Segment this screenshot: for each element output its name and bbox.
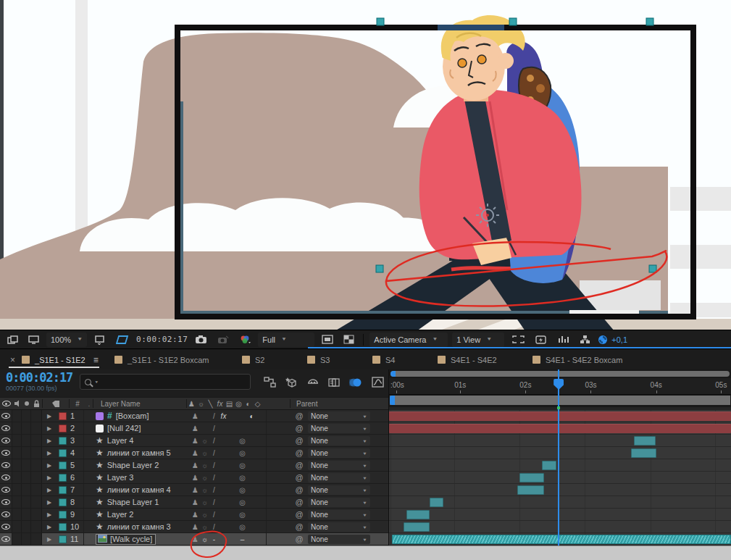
quality-switch[interactable]: / bbox=[209, 422, 219, 434]
video-eye-toggle[interactable] bbox=[0, 484, 12, 496]
fx-switch[interactable] bbox=[219, 533, 228, 545]
threed-switch[interactable] bbox=[256, 533, 266, 545]
fx-switch[interactable] bbox=[219, 459, 228, 471]
audio-toggle[interactable] bbox=[12, 435, 22, 446]
motion-blur-switch[interactable]: ◎ bbox=[238, 459, 247, 471]
label-color-swatch[interactable] bbox=[57, 447, 68, 459]
tab--s1e1-s1e2[interactable]: ×_S1E1 - S1E2≡ bbox=[4, 349, 104, 370]
quality-switch[interactable]: / bbox=[209, 472, 219, 483]
adjustment-switch[interactable] bbox=[247, 533, 256, 545]
adjustment-switch[interactable] bbox=[247, 496, 256, 508]
threed-switch[interactable] bbox=[256, 484, 266, 496]
quality-switch[interactable]: / bbox=[209, 435, 219, 446]
graph-editor-icon[interactable] bbox=[372, 377, 384, 388]
quality-switch[interactable]: / bbox=[209, 410, 219, 422]
audio-toggle[interactable] bbox=[12, 410, 22, 422]
lock-toggle[interactable] bbox=[31, 509, 42, 520]
video-eye-toggle[interactable] bbox=[0, 410, 12, 422]
layer-row-8[interactable]: ▶8★Shape Layer 1♟☼/◎@None▼ bbox=[0, 496, 388, 509]
video-eye-toggle[interactable] bbox=[0, 422, 12, 434]
motion-blur-master-icon[interactable] bbox=[349, 377, 362, 388]
layer-row-10[interactable]: ▶10★линии от камня 3♟☼/◎@None▼ bbox=[0, 521, 388, 533]
layer-name[interactable]: Layer 3 bbox=[107, 473, 134, 482]
parent-dropdown[interactable]: None▼ bbox=[308, 436, 370, 446]
shy-switch[interactable]: ♟ bbox=[191, 484, 200, 496]
adjustment-switch[interactable] bbox=[247, 484, 256, 496]
parent-column-header[interactable]: Parent bbox=[291, 398, 363, 409]
parent-dropdown[interactable]: None▼ bbox=[308, 510, 370, 519]
layer-name[interactable]: линии от камня 3 bbox=[107, 522, 171, 531]
parent-pickwhip-icon[interactable]: @ bbox=[293, 484, 305, 496]
layer-name[interactable]: Shape Layer 1 bbox=[107, 498, 159, 506]
track-row-11[interactable] bbox=[389, 533, 731, 546]
eye-column-header[interactable] bbox=[0, 398, 12, 409]
expand-arrow[interactable]: ▶ bbox=[42, 459, 57, 471]
frame-blend-switch[interactable] bbox=[228, 410, 238, 422]
comp-mini-flowchart-icon[interactable] bbox=[264, 377, 276, 388]
handle-top-left[interactable] bbox=[377, 18, 384, 25]
audio-toggle[interactable] bbox=[12, 484, 22, 496]
frame-blend-switch[interactable] bbox=[228, 435, 238, 446]
threed-switch[interactable] bbox=[256, 447, 266, 459]
solo-column-header[interactable] bbox=[22, 398, 31, 409]
label-color-swatch[interactable] bbox=[57, 484, 68, 496]
expand-arrow[interactable]: ▶ bbox=[42, 447, 57, 459]
always-preview-icon[interactable] bbox=[4, 333, 21, 347]
layer-name[interactable]: линии от камня 5 bbox=[107, 448, 171, 457]
frame-blend-switch[interactable] bbox=[228, 447, 238, 459]
label-color-swatch[interactable] bbox=[57, 496, 68, 508]
frame-blend-switch[interactable] bbox=[228, 484, 238, 496]
handle-top-mid[interactable] bbox=[509, 18, 517, 25]
parent-dropdown[interactable]: None▼ bbox=[308, 473, 370, 482]
adjustment-column-icon[interactable]: ◐ bbox=[243, 398, 253, 409]
audio-toggle[interactable] bbox=[12, 533, 22, 545]
layer-duration-bar[interactable] bbox=[631, 448, 656, 458]
roi-icon[interactable] bbox=[91, 333, 109, 347]
layer-name-cell[interactable]: ★линии от камня 5 bbox=[84, 447, 191, 459]
adjustment-switch[interactable] bbox=[247, 472, 256, 483]
lock-toggle[interactable] bbox=[31, 435, 42, 446]
motion-blur-switch[interactable]: ◎ bbox=[238, 521, 247, 532]
expand-arrow[interactable]: ▶ bbox=[42, 484, 57, 496]
tab-s4e1-s4e2[interactable]: S4E1 - S4E2 bbox=[432, 349, 503, 370]
expand-arrow[interactable]: ▶ bbox=[42, 422, 57, 434]
label-color-swatch[interactable] bbox=[57, 533, 68, 545]
tab-s4[interactable]: S4 bbox=[367, 349, 401, 370]
solo-toggle[interactable] bbox=[22, 422, 31, 434]
parent-pickwhip-icon[interactable]: @ bbox=[293, 410, 305, 422]
audio-column-header[interactable] bbox=[12, 398, 22, 409]
parent-pickwhip-icon[interactable]: @ bbox=[293, 496, 305, 508]
parent-pickwhip-icon[interactable]: @ bbox=[293, 521, 305, 532]
layer-name-cell[interactable]: ★линии от камня 4 bbox=[84, 484, 191, 496]
close-tab-icon[interactable]: × bbox=[10, 355, 15, 365]
layer-search-box[interactable]: ▼ bbox=[80, 374, 251, 390]
layer-duration-bar[interactable] bbox=[392, 535, 731, 544]
fx-switch[interactable] bbox=[219, 509, 228, 520]
shy-switch[interactable]: ♟ bbox=[191, 533, 200, 545]
frame-blend-switch[interactable] bbox=[228, 509, 238, 520]
fx-switch[interactable]: fx bbox=[219, 410, 228, 422]
solo-toggle[interactable] bbox=[22, 521, 31, 532]
main-viewer-icon[interactable] bbox=[25, 333, 42, 347]
lock-column-header[interactable] bbox=[31, 398, 42, 409]
collapse-switch[interactable]: ☼ bbox=[200, 472, 209, 483]
threed-switch[interactable] bbox=[256, 410, 266, 422]
panel-menu-icon[interactable]: ≡ bbox=[93, 355, 98, 365]
shy-switch[interactable]: ♟ bbox=[191, 410, 200, 422]
motion-blur-switch[interactable] bbox=[238, 422, 247, 434]
snapshot-icon[interactable] bbox=[192, 333, 210, 347]
motion-blur-switch[interactable]: ◎ bbox=[238, 435, 247, 446]
parent-pickwhip-icon[interactable]: @ bbox=[293, 472, 305, 483]
quality-column-icon[interactable]: ╲ bbox=[206, 398, 215, 409]
collapse-switch[interactable]: ☼ bbox=[200, 459, 209, 471]
layer-name-cell[interactable]: [Walk cycle] bbox=[84, 533, 191, 545]
layer-duration-bar[interactable] bbox=[389, 424, 731, 433]
layer-duration-bar[interactable] bbox=[430, 498, 443, 507]
number-column-header[interactable]: # bbox=[70, 398, 85, 409]
fx-switch[interactable] bbox=[219, 521, 228, 532]
frame-blend-switch[interactable] bbox=[228, 459, 238, 471]
expand-arrow[interactable]: ▶ bbox=[42, 521, 57, 532]
magnification-select[interactable]: 100% ▼ bbox=[46, 333, 87, 347]
parent-dropdown[interactable]: None▼ bbox=[308, 535, 370, 544]
show-snapshot-icon[interactable] bbox=[214, 333, 232, 347]
